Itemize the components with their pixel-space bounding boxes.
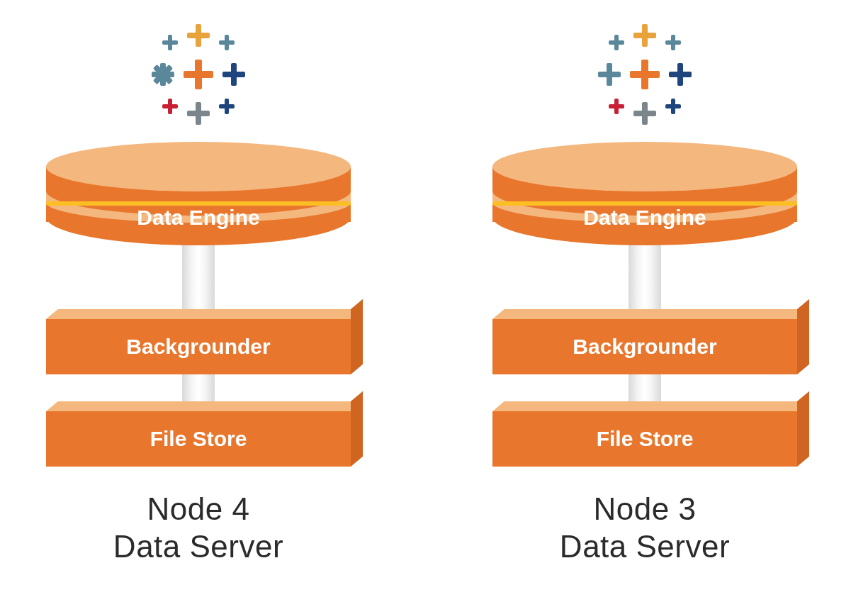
file-store-slab: File Store <box>46 411 351 467</box>
node-4: Data Engine Backgrounder File Store Node… <box>21 7 376 566</box>
node-3-caption: Node 3 Data Server <box>468 491 822 566</box>
file-store-slab: File Store <box>492 411 797 467</box>
node-4-caption: Node 4 Data Server <box>21 491 376 566</box>
backgrounder-slab: Backgrounder <box>46 319 351 374</box>
node-4-stack: Data Engine Backgrounder File Store <box>46 142 351 482</box>
node-3-caption-line1: Node 3 <box>468 491 822 528</box>
tableau-logo-icon <box>131 7 266 142</box>
tableau-logo-icon <box>577 7 712 142</box>
backgrounder-label: Backgrounder <box>492 319 797 374</box>
backgrounder-label: Backgrounder <box>46 319 351 374</box>
file-store-label: File Store <box>46 411 351 467</box>
node-3: Data Engine Backgrounder File Store Node… <box>468 7 822 566</box>
file-store-label: File Store <box>492 411 797 467</box>
backgrounder-slab: Backgrounder <box>492 319 797 374</box>
data-engine-label: Data Engine <box>46 206 351 230</box>
data-engine-label: Data Engine <box>492 206 797 230</box>
node-3-stack: Data Engine Backgrounder File Store <box>492 142 797 482</box>
node-4-caption-line2: Data Server <box>21 528 376 566</box>
node-4-caption-line1: Node 4 <box>21 491 376 528</box>
node-3-caption-line2: Data Server <box>468 528 822 566</box>
diagram-canvas: Data Engine Backgrounder File Store Node… <box>0 0 868 602</box>
